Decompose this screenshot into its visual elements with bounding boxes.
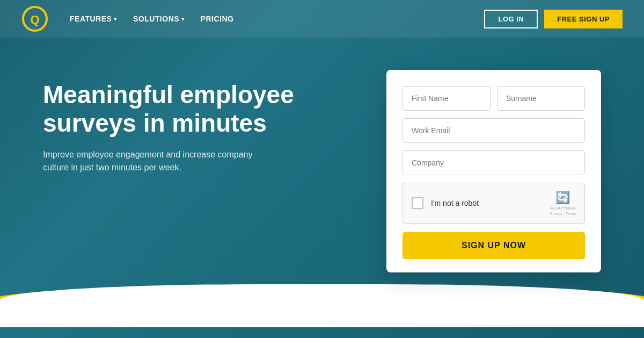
- company-input[interactable]: [402, 150, 585, 175]
- recaptcha-box[interactable]: I'm not a robot 🔄 reCAPTCHA Privacy - Te…: [402, 183, 585, 224]
- hero-section: Meaningful employee surveys in minutes I…: [0, 38, 644, 272]
- nav-links: FEATURES ▾ SOLUTIONS ▾ PRICING: [70, 15, 484, 23]
- login-button[interactable]: LOG IN: [484, 10, 538, 28]
- recaptcha-icon: 🔄: [555, 191, 570, 205]
- hero-subtitle: Improve employee engagement and increase…: [43, 148, 258, 174]
- recaptcha-logo: 🔄 reCAPTCHA Privacy - Terms: [550, 191, 576, 215]
- recaptcha-checkbox[interactable]: [412, 197, 423, 209]
- hero-title: Meaningful employee surveys in minutes: [43, 81, 354, 138]
- svg-text:Q: Q: [30, 13, 39, 26]
- wave-white: [0, 284, 644, 327]
- recaptcha-badge-text: reCAPTCHA: [551, 206, 575, 211]
- email-group: [402, 118, 585, 143]
- company-group: [402, 150, 585, 175]
- nav-buttons: LOG IN FREE SIGN UP: [484, 10, 623, 28]
- chevron-down-icon: ▾: [114, 16, 117, 22]
- navbar: Q FEATURES ▾ SOLUTIONS ▾ PRICING LOG IN …: [0, 0, 644, 38]
- chevron-down-icon: ▾: [181, 16, 185, 22]
- free-signup-button[interactable]: FREE SIGN UP: [544, 10, 623, 28]
- first-name-input[interactable]: [402, 86, 491, 111]
- sign-up-now-button[interactable]: SIGN UP NOW: [402, 232, 585, 259]
- recaptcha-label: I'm not a robot: [431, 199, 543, 207]
- name-row: [402, 86, 585, 111]
- nav-solutions[interactable]: SOLUTIONS ▾: [133, 15, 185, 23]
- surname-input[interactable]: [497, 86, 585, 111]
- work-email-input[interactable]: [402, 118, 585, 143]
- signup-form-card: I'm not a robot 🔄 reCAPTCHA Privacy - Te…: [386, 70, 601, 272]
- recaptcha-privacy-text: Privacy - Terms: [550, 212, 576, 215]
- logo[interactable]: Q: [21, 5, 48, 32]
- hero-text: Meaningful employee surveys in minutes I…: [43, 70, 354, 174]
- nav-pricing[interactable]: PRICING: [201, 15, 234, 23]
- nav-features[interactable]: FEATURES ▾: [70, 15, 117, 23]
- wave-decoration: [0, 274, 644, 338]
